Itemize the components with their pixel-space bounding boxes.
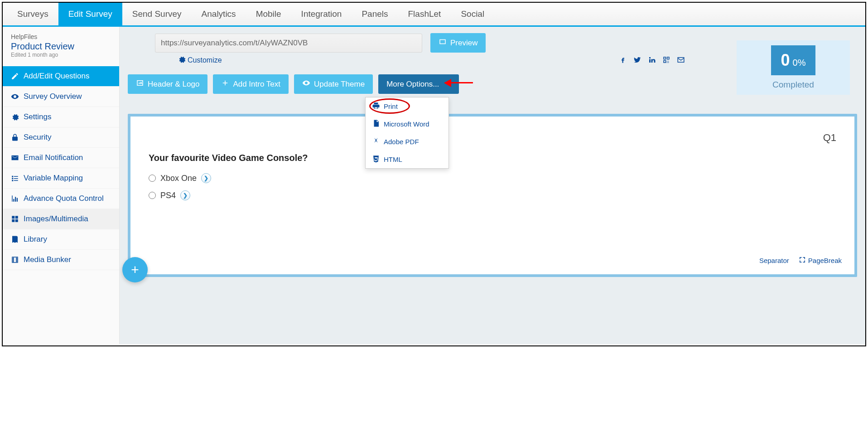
dropdown-item-pdf[interactable]: Adobe PDF — [366, 133, 448, 151]
sidebar-edited: Edited 1 month ago — [11, 52, 111, 58]
dropdown-label: Print — [384, 102, 398, 110]
add-question-fab[interactable]: + — [122, 257, 148, 282]
nav-tab-surveys[interactable]: Surveys — [7, 3, 58, 25]
sidebar-item-library[interactable]: Library — [3, 229, 119, 250]
eye-icon — [302, 79, 310, 89]
header-logo-button[interactable]: Header & Logo — [128, 74, 207, 94]
nav-tab-edit-survey[interactable]: Edit Survey — [58, 3, 122, 25]
option-label: PS4 — [160, 191, 176, 200]
separator-link[interactable]: Separator — [759, 256, 789, 265]
dropdown-item-word[interactable]: Microsoft Word — [366, 115, 448, 133]
add-intro-button[interactable]: Add Intro Text — [213, 74, 289, 94]
pagebreak-label: PageBreak — [808, 257, 842, 264]
pagebreak-icon — [798, 256, 806, 265]
question-text: Your favourite Video Game Console? — [149, 153, 836, 163]
sidebar-item-settings[interactable]: Settings — [3, 107, 119, 127]
twitter-icon[interactable] — [633, 56, 641, 65]
dropdown-item-print[interactable]: Print — [366, 97, 448, 115]
lock-icon — [11, 133, 19, 141]
chevron-right-icon[interactable]: ❯ — [180, 190, 190, 200]
cogs-icon — [178, 55, 186, 65]
envelope-icon — [11, 154, 19, 162]
edit-icon — [11, 72, 19, 80]
survey-url-input[interactable] — [155, 34, 422, 53]
question-option[interactable]: Xbox One ❯ — [149, 170, 836, 187]
chevron-right-icon[interactable]: ❯ — [201, 173, 211, 183]
sidebar-item-label: Email Notification — [24, 153, 83, 162]
nav-tab-send-survey[interactable]: Send Survey — [122, 3, 192, 25]
dropdown-label: Adobe PDF — [384, 138, 419, 146]
sidebar-item-label: Security — [24, 133, 51, 142]
question-footer: Separator PageBreak — [759, 256, 842, 265]
film-icon — [11, 256, 19, 264]
sidebar-item-label: Settings — [24, 112, 51, 122]
question-number: Q1 — [823, 132, 836, 144]
more-options-label: More Options... — [386, 80, 439, 89]
share-icons — [619, 56, 685, 65]
sidebar-item-variable-mapping[interactable]: Variable Mapping — [3, 168, 119, 189]
linkedin-icon[interactable] — [648, 56, 656, 65]
nav-tab-analytics[interactable]: Analytics — [192, 3, 246, 25]
pdf-icon — [372, 137, 380, 146]
book-icon — [11, 235, 19, 243]
preview-label: Preview — [450, 39, 477, 48]
sidebar: HelpFiles Product Review Edited 1 month … — [3, 27, 120, 344]
header-logo-label: Header & Logo — [148, 80, 199, 89]
dropdown-item-html[interactable]: HTML — [366, 151, 448, 168]
sidebar-menu: Add/Edit Questions Survey Overview Setti… — [3, 66, 119, 270]
sidebar-item-label: Images/Multimedia — [24, 214, 88, 224]
nav-tab-social[interactable]: Social — [451, 3, 494, 25]
qrcode-icon[interactable] — [662, 56, 670, 65]
sidebar-item-media-bunker[interactable]: Media Bunker — [3, 250, 119, 270]
chart-icon — [11, 194, 19, 203]
sidebar-survey-title[interactable]: Product Review — [11, 41, 111, 52]
image-icon — [136, 79, 144, 89]
option-label: Xbox One — [160, 174, 197, 183]
nav-tab-integration[interactable]: Integration — [291, 3, 352, 25]
preview-button[interactable]: Preview — [430, 33, 486, 53]
add-intro-label: Add Intro Text — [233, 80, 280, 89]
completion-count: 0 — [781, 51, 790, 70]
pagebreak-link[interactable]: PageBreak — [798, 256, 842, 265]
sidebar-header: HelpFiles Product Review Edited 1 month … — [3, 27, 119, 63]
nav-tab-mobile[interactable]: Mobile — [246, 3, 291, 25]
email-icon[interactable] — [677, 56, 685, 65]
question-option[interactable]: PS4 ❯ — [149, 187, 836, 204]
eye-icon — [11, 92, 19, 101]
sidebar-item-label: Advance Quota Control — [24, 194, 104, 203]
list-icon — [11, 174, 19, 182]
sidebar-item-label: Variable Mapping — [24, 174, 83, 183]
sidebar-item-security[interactable]: Security — [3, 127, 119, 148]
plus-icon — [221, 79, 229, 89]
sidebar-item-label: Library — [24, 235, 47, 244]
top-nav: Surveys Edit Survey Send Survey Analytic… — [3, 3, 865, 27]
sidebar-item-survey-overview[interactable]: Survey Overview — [3, 87, 119, 107]
nav-tab-panels[interactable]: Panels — [352, 3, 398, 25]
radio-input[interactable] — [149, 175, 156, 182]
action-row: Header & Logo Add Intro Text Update Them… — [128, 72, 857, 101]
completion-badge: 0 0% — [771, 45, 816, 75]
more-options-dropdown: Print Microsoft Word Adobe PDF HTML — [365, 97, 449, 169]
facebook-icon[interactable] — [619, 56, 627, 65]
cogs-icon — [11, 113, 19, 121]
sidebar-item-label: Add/Edit Questions — [24, 72, 90, 81]
survey-question-card: Q1 Your favourite Video Game Console? Xb… — [128, 114, 857, 277]
sidebar-item-images-multimedia[interactable]: Images/Multimedia — [3, 209, 119, 229]
word-icon — [372, 119, 380, 129]
customize-label: Customize — [188, 56, 222, 64]
sidebar-item-add-edit-questions[interactable]: Add/Edit Questions — [3, 66, 119, 87]
main-content: Preview Customize — [120, 27, 865, 344]
update-theme-button[interactable]: Update Theme — [294, 74, 373, 94]
customize-link[interactable]: Customize — [178, 55, 222, 65]
dropdown-label: HTML — [384, 156, 402, 163]
update-theme-label: Update Theme — [314, 80, 365, 89]
html-icon — [372, 155, 380, 164]
sidebar-item-advance-quota-control[interactable]: Advance Quota Control — [3, 189, 119, 209]
sidebar-item-email-notification[interactable]: Email Notification — [3, 148, 119, 168]
dropdown-label: Microsoft Word — [384, 120, 429, 128]
grid-icon — [11, 215, 19, 223]
nav-tab-flashlet[interactable]: FlashLet — [398, 3, 451, 25]
radio-input[interactable] — [149, 192, 156, 199]
print-icon — [372, 102, 380, 111]
sidebar-item-label: Survey Overview — [24, 92, 82, 101]
